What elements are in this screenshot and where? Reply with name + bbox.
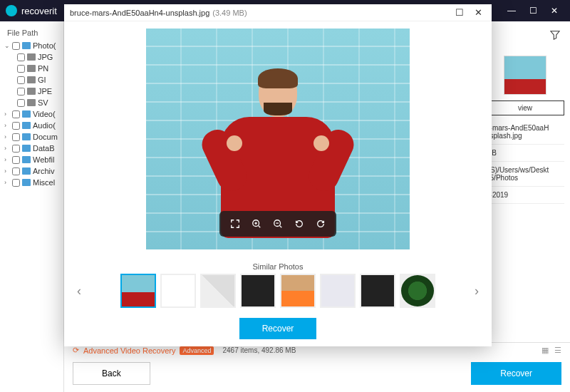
folder-icon	[27, 65, 36, 72]
rotate-left-icon[interactable]	[291, 215, 308, 232]
tree-item-jpg[interactable]: JPG	[3, 51, 61, 63]
tree-checkbox[interactable]	[17, 53, 25, 61]
dialog-recover-button[interactable]: Recover	[239, 318, 317, 339]
tree-checkbox[interactable]	[12, 110, 20, 118]
folder-icon	[27, 76, 36, 83]
tree-item-label: JPG	[38, 53, 53, 61]
tree-item-photo[interactable]: ⌄Photo(	[3, 40, 61, 51]
preview-image	[146, 29, 410, 249]
tree-checkbox[interactable]	[17, 88, 25, 96]
brand-text: recoverit	[21, 6, 57, 16]
dialog-close-button[interactable]: ✕	[470, 6, 486, 20]
sidebar-header: File Path	[3, 26, 61, 40]
tree-item-miscel[interactable]: ›Miscel	[3, 177, 61, 188]
tree-checkbox[interactable]	[12, 156, 20, 164]
folder-icon	[27, 88, 36, 95]
tree-checkbox[interactable]	[17, 99, 25, 107]
tree-item-label: Webfil	[33, 155, 54, 164]
preview-canvas	[64, 21, 492, 257]
recover-button[interactable]: Recover	[471, 362, 561, 385]
folder-icon	[22, 145, 31, 152]
chevron-icon[interactable]: ›	[4, 133, 10, 140]
tree-item-label: Audio(	[33, 121, 56, 130]
dialog-filename: bruce-mars-AndE50aaHn4-unsplash.jpg	[70, 9, 209, 17]
tree-item-webfil[interactable]: ›Webfil	[3, 154, 61, 165]
folder-icon	[22, 42, 31, 49]
zoom-out-icon[interactable]	[269, 215, 286, 232]
similar-thumb[interactable]	[120, 274, 156, 308]
similar-thumb[interactable]	[320, 274, 356, 308]
similar-title: Similar Photos	[73, 259, 483, 274]
chevron-icon[interactable]: ›	[4, 179, 10, 186]
tree-item-label: Video(	[33, 110, 56, 118]
tree-item-pn[interactable]: PN	[3, 63, 61, 74]
folder-icon	[27, 53, 36, 61]
tree-checkbox[interactable]	[12, 133, 20, 141]
tree-checkbox[interactable]	[12, 145, 20, 153]
fit-screen-icon[interactable]	[227, 215, 244, 232]
similar-photos-section: Similar Photos ‹ ›	[64, 257, 492, 314]
similar-thumb[interactable]	[400, 274, 435, 308]
window-maximize-button[interactable]: ☐	[523, 3, 543, 19]
tree-checkbox[interactable]	[17, 65, 25, 73]
tree-item-gi[interactable]: GI	[3, 74, 61, 86]
folder-icon	[22, 167, 31, 175]
filter-icon[interactable]	[550, 30, 560, 40]
dialog-maximize-button[interactable]: ☐	[452, 6, 467, 20]
loading-icon: ⟳	[73, 346, 79, 355]
tree-checkbox[interactable]	[12, 179, 20, 187]
folder-icon	[22, 122, 31, 129]
carousel-prev-icon[interactable]: ‹	[73, 284, 86, 299]
similar-thumb[interactable]	[240, 274, 276, 308]
similar-thumb[interactable]	[360, 274, 395, 308]
window-minimize-button[interactable]: —	[502, 3, 522, 19]
tree-item-label: Photo(	[33, 41, 56, 50]
tree-item-label: JPE	[38, 87, 52, 96]
stats-text: 2467 items, 492.86 MB	[222, 346, 296, 354]
details-date: 3-2019	[486, 187, 564, 204]
tree-item-video[interactable]: ›Video(	[3, 108, 61, 120]
tree-item-audio[interactable]: ›Audio(	[3, 120, 61, 131]
folder-icon	[22, 179, 31, 186]
carousel-next-icon[interactable]: ›	[470, 284, 483, 299]
preview-button[interactable]: view	[486, 100, 564, 115]
file-tree-sidebar: File Path ⌄Photo(JPGPNGIJPESV›Video(›Aud…	[0, 21, 64, 392]
zoom-in-icon[interactable]	[248, 215, 265, 232]
folder-icon	[22, 110, 31, 118]
similar-thumb[interactable]	[200, 274, 236, 308]
details-panel: view e-mars-AndE50aaHnsplash.jpg MB FS)/…	[486, 50, 564, 204]
bottom-bar: ⟳ Advanced Video Recovery Advanced 2467 …	[64, 342, 570, 392]
folder-icon	[22, 133, 31, 140]
grid-view-icon[interactable]: ▦	[542, 346, 549, 355]
tree-item-docum[interactable]: ›Docum	[3, 131, 61, 143]
details-thumbnail	[504, 56, 546, 95]
chevron-icon[interactable]: ⌄	[4, 42, 10, 49]
chevron-icon[interactable]: ›	[4, 122, 10, 129]
chevron-icon[interactable]: ›	[4, 145, 10, 152]
adv-recovery-link[interactable]: Advanced Video Recovery	[83, 346, 175, 355]
tree-checkbox[interactable]	[17, 76, 25, 84]
logo-icon	[6, 5, 17, 16]
list-view-icon[interactable]: ☰	[554, 346, 561, 355]
details-path: FS)/Users/ws/Deskt85/Photos	[486, 162, 564, 187]
chevron-icon[interactable]: ›	[4, 167, 10, 175]
back-button[interactable]: Back	[73, 362, 150, 385]
tree-checkbox[interactable]	[12, 122, 20, 130]
dialog-titlebar: bruce-mars-AndE50aaHn4-unsplash.jpg (3.4…	[64, 4, 492, 21]
chevron-icon[interactable]: ›	[4, 156, 10, 163]
similar-thumb[interactable]	[160, 274, 196, 308]
window-close-button[interactable]: ✕	[544, 3, 564, 19]
folder-icon	[27, 99, 36, 106]
chevron-icon[interactable]: ›	[4, 110, 10, 118]
tree-checkbox[interactable]	[12, 167, 20, 175]
rotate-right-icon[interactable]	[312, 215, 329, 232]
tree-item-sv[interactable]: SV	[3, 97, 61, 108]
tree-item-datab[interactable]: ›DataB	[3, 143, 61, 154]
tree-item-jpe[interactable]: JPE	[3, 86, 61, 97]
tree-item-archiv[interactable]: ›Archiv	[3, 165, 61, 177]
details-name: e-mars-AndE50aaHnsplash.jpg	[486, 120, 564, 145]
dialog-filesize: (3.49 MB)	[212, 9, 247, 17]
similar-thumb[interactable]	[280, 274, 316, 308]
tree-item-label: Archiv	[33, 167, 55, 175]
tree-checkbox[interactable]	[12, 42, 20, 50]
